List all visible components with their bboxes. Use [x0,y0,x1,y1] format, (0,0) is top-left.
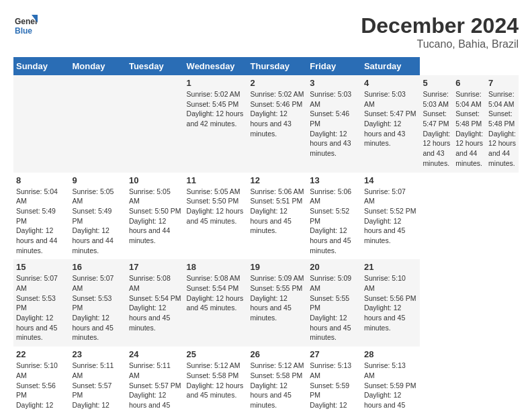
day-info: Sunrise: 5:04 AMSunset: 5:49 PMDaylight:… [16,187,58,255]
header-tuesday: Tuesday [126,57,184,75]
day-number: 13 [310,175,359,185]
day-info: Sunrise: 5:07 AMSunset: 5:53 PMDaylight:… [72,274,114,341]
calendar-cell: 1 Sunrise: 5:02 AMSunset: 5:45 PMDayligh… [184,75,248,173]
calendar-cell: 17 Sunrise: 5:08 AMSunset: 5:54 PMDaylig… [126,259,184,347]
day-info: Sunrise: 5:08 AMSunset: 5:54 PMDaylight:… [129,274,181,331]
day-number: 22 [16,349,66,359]
header-row: SundayMondayTuesdayWednesdayThursdayFrid… [13,57,519,75]
day-number: 26 [251,349,305,359]
calendar-cell: 2 Sunrise: 5:02 AMSunset: 5:46 PMDayligh… [248,75,308,173]
day-info: Sunrise: 5:04 AMSunset: 5:48 PMDaylight:… [488,90,516,167]
week-row-1: 1 Sunrise: 5:02 AMSunset: 5:45 PMDayligh… [13,75,519,173]
day-info: Sunrise: 5:02 AMSunset: 5:45 PMDaylight:… [187,90,244,128]
day-info: Sunrise: 5:12 AMSunset: 5:58 PMDaylight:… [187,361,244,399]
calendar-cell: 20 Sunrise: 5:09 AMSunset: 5:55 PMDaylig… [307,259,361,347]
day-info: Sunrise: 5:12 AMSunset: 5:58 PMDaylight:… [251,361,304,409]
day-info: Sunrise: 5:10 AMSunset: 5:56 PMDaylight:… [364,274,416,331]
day-number: 20 [310,262,359,272]
calendar-cell: 8 Sunrise: 5:04 AMSunset: 5:49 PMDayligh… [13,173,69,260]
day-info: Sunrise: 5:06 AMSunset: 5:52 PMDaylight:… [310,187,351,255]
day-info: Sunrise: 5:11 AMSunset: 5:57 PMDaylight:… [72,361,114,411]
header-sunday: Sunday [13,57,69,75]
calendar-cell: 10 Sunrise: 5:05 AMSunset: 5:50 PMDaylig… [126,173,184,260]
calendar-cell: 24 Sunrise: 5:11 AMSunset: 5:57 PMDaylig… [126,347,184,411]
calendar-cell: 7 Sunrise: 5:04 AMSunset: 5:48 PMDayligh… [486,75,519,173]
calendar-cell: 21 Sunrise: 5:10 AMSunset: 5:56 PMDaylig… [361,259,420,347]
day-info: Sunrise: 5:09 AMSunset: 5:55 PMDaylight:… [251,274,304,322]
day-number: 12 [251,175,305,185]
day-info: Sunrise: 5:06 AMSunset: 5:51 PMDaylight:… [251,187,304,235]
calendar-cell [69,75,126,173]
calendar-table: SundayMondayTuesdayWednesdayThursdayFrid… [13,57,519,411]
month-title: December 2024 [361,13,519,38]
calendar-cell: 6 Sunrise: 5:04 AMSunset: 5:48 PMDayligh… [453,75,486,173]
calendar-cell: 4 Sunrise: 5:03 AMSunset: 5:47 PMDayligh… [361,75,420,173]
day-number: 16 [72,262,123,272]
day-info: Sunrise: 5:02 AMSunset: 5:46 PMDaylight:… [251,90,304,138]
calendar-cell: 27 Sunrise: 5:13 AMSunset: 5:59 PMDaylig… [307,347,361,411]
day-number: 4 [364,78,417,88]
day-number: 6 [455,78,483,88]
day-number: 25 [187,349,245,359]
header-monday: Monday [69,57,126,75]
calendar-cell: 19 Sunrise: 5:09 AMSunset: 5:55 PMDaylig… [248,259,308,347]
day-info: Sunrise: 5:08 AMSunset: 5:54 PMDaylight:… [187,274,244,312]
day-info: Sunrise: 5:03 AMSunset: 5:46 PMDaylight:… [310,90,351,157]
day-info: Sunrise: 5:04 AMSunset: 5:48 PMDaylight:… [455,90,483,167]
header-thursday: Thursday [248,57,308,75]
week-row-3: 15 Sunrise: 5:07 AMSunset: 5:53 PMDaylig… [13,259,519,347]
day-info: Sunrise: 5:03 AMSunset: 5:47 PMDaylight:… [423,90,450,167]
day-number: 1 [187,78,245,88]
calendar-cell: 18 Sunrise: 5:08 AMSunset: 5:54 PMDaylig… [184,259,248,347]
day-number: 10 [129,175,181,185]
page-header: General Blue December 2024 Tucano, Bahia… [13,13,519,50]
calendar-cell [13,75,69,173]
calendar-cell: 16 Sunrise: 5:07 AMSunset: 5:53 PMDaylig… [69,259,126,347]
calendar-cell: 23 Sunrise: 5:11 AMSunset: 5:57 PMDaylig… [69,347,126,411]
week-row-4: 22 Sunrise: 5:10 AMSunset: 5:56 PMDaylig… [13,347,519,411]
svg-text:Blue: Blue [15,26,32,36]
day-number: 23 [72,349,123,359]
day-number: 11 [187,175,245,185]
calendar-cell: 3 Sunrise: 5:03 AMSunset: 5:46 PMDayligh… [307,75,361,173]
day-info: Sunrise: 5:05 AMSunset: 5:49 PMDaylight:… [72,187,114,255]
day-info: Sunrise: 5:11 AMSunset: 5:57 PMDaylight:… [129,361,181,411]
calendar-cell: 28 Sunrise: 5:13 AMSunset: 5:59 PMDaylig… [361,347,420,411]
day-number: 15 [16,262,66,272]
header-saturday: Saturday [361,57,420,75]
calendar-cell: 13 Sunrise: 5:06 AMSunset: 5:52 PMDaylig… [307,173,361,260]
day-number: 18 [187,262,245,272]
day-number: 19 [251,262,305,272]
day-number: 24 [129,349,181,359]
day-number: 17 [129,262,181,272]
day-number: 27 [310,349,359,359]
day-number: 8 [16,175,66,185]
day-info: Sunrise: 5:07 AMSunset: 5:53 PMDaylight:… [16,274,58,341]
day-info: Sunrise: 5:09 AMSunset: 5:55 PMDaylight:… [310,274,351,341]
calendar-cell [126,75,184,173]
day-info: Sunrise: 5:13 AMSunset: 5:59 PMDaylight:… [310,361,351,411]
day-info: Sunrise: 5:13 AMSunset: 5:59 PMDaylight:… [364,361,416,411]
calendar-cell: 26 Sunrise: 5:12 AMSunset: 5:58 PMDaylig… [248,347,308,411]
day-number: 21 [364,262,417,272]
header-wednesday: Wednesday [184,57,248,75]
day-number: 9 [72,175,123,185]
calendar-cell: 11 Sunrise: 5:05 AMSunset: 5:50 PMDaylig… [184,173,248,260]
day-number: 5 [423,78,450,88]
calendar-cell: 22 Sunrise: 5:10 AMSunset: 5:56 PMDaylig… [13,347,69,411]
logo-icon: General Blue [13,13,38,38]
logo: General Blue [13,13,38,38]
calendar-cell: 5 Sunrise: 5:03 AMSunset: 5:47 PMDayligh… [420,75,453,173]
day-info: Sunrise: 5:05 AMSunset: 5:50 PMDaylight:… [129,187,181,244]
title-block: December 2024 Tucano, Bahia, Brazil [361,13,519,50]
day-number: 3 [310,78,359,88]
header-friday: Friday [307,57,361,75]
calendar-cell: 14 Sunrise: 5:07 AMSunset: 5:52 PMDaylig… [361,173,420,260]
location: Tucano, Bahia, Brazil [361,38,519,50]
day-info: Sunrise: 5:10 AMSunset: 5:56 PMDaylight:… [16,361,58,411]
day-number: 7 [488,78,516,88]
day-info: Sunrise: 5:03 AMSunset: 5:47 PMDaylight:… [364,90,416,147]
week-row-2: 8 Sunrise: 5:04 AMSunset: 5:49 PMDayligh… [13,173,519,260]
day-info: Sunrise: 5:05 AMSunset: 5:50 PMDaylight:… [187,187,244,225]
calendar-cell: 25 Sunrise: 5:12 AMSunset: 5:58 PMDaylig… [184,347,248,411]
